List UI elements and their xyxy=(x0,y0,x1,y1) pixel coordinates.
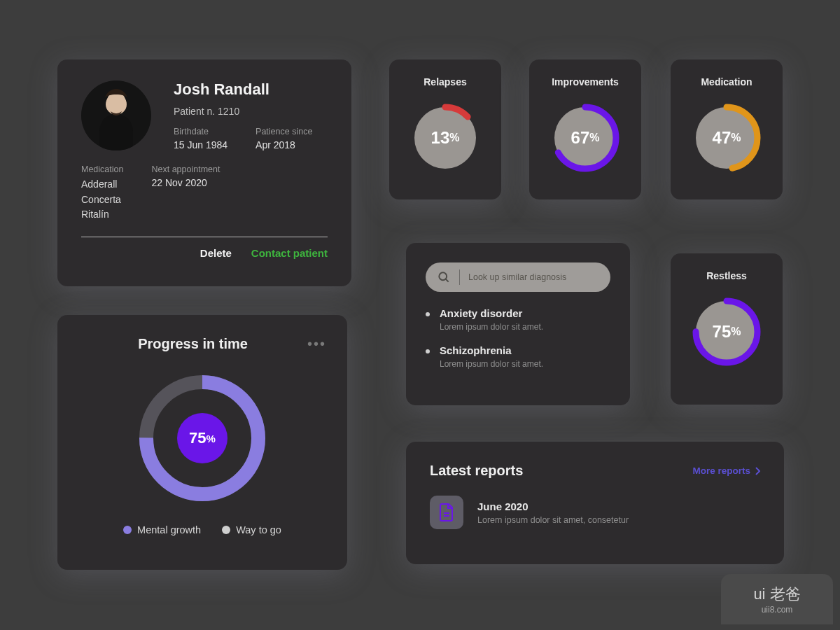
reports-title: Latest reports xyxy=(430,463,523,479)
restless-value: 75 xyxy=(713,322,732,342)
since-value: Apr 2018 xyxy=(255,139,312,150)
contact-patient-button[interactable]: Contact patient xyxy=(251,247,328,259)
legend-way-to-go: Way to go xyxy=(222,524,281,536)
bullet-icon xyxy=(426,312,430,316)
chevron-right-icon xyxy=(755,467,760,475)
relapses-value: 13 xyxy=(431,128,450,148)
more-options-icon[interactable]: ••• xyxy=(307,336,326,352)
diagnosis-search-input[interactable] xyxy=(468,272,599,282)
diagnosis-card: Anxiety disorder Lorem ipsum dolor sit a… xyxy=(406,243,630,405)
bullet-icon xyxy=(426,349,430,354)
report-name: June 2020 xyxy=(477,500,629,512)
medication-list: Adderall Concerta Ritalín xyxy=(81,177,123,223)
diagnosis-desc: Lorem ipsum dolor sit amet. xyxy=(440,359,543,369)
improvements-card: Improvements 67% xyxy=(529,59,641,200)
next-appointment-value: 22 Nov 2020 xyxy=(151,177,220,188)
reports-card: Latest reports More reports June 2020 Lo… xyxy=(406,442,784,564)
relapses-gauge: 13% xyxy=(410,103,480,173)
legend-mental-growth: Mental growth xyxy=(123,524,201,536)
delete-button[interactable]: Delete xyxy=(200,247,232,259)
medication-item: Adderall xyxy=(81,177,123,192)
diagnosis-name: Schizophrenia xyxy=(440,344,543,356)
document-icon xyxy=(430,496,463,529)
patient-number: Patient n. 1210 xyxy=(174,106,328,117)
restless-card: Restless 75% xyxy=(671,253,783,405)
relapses-card: Relapses 13% xyxy=(389,59,501,200)
birthdate-value: 15 Jun 1984 xyxy=(174,139,227,150)
diagnosis-item[interactable]: Schizophrenia Lorem ipsum dolor sit amet… xyxy=(426,344,610,369)
diagnosis-desc: Lorem ipsum dolor sit amet. xyxy=(440,322,543,332)
restless-title: Restless xyxy=(706,270,747,281)
svg-line-13 xyxy=(446,279,449,282)
medication-title: Medication xyxy=(701,76,752,88)
next-appointment-label: Next appointment xyxy=(151,164,220,174)
medication-item: Ritalín xyxy=(81,207,123,223)
medication-gauge: 47% xyxy=(692,103,762,173)
relapses-title: Relapses xyxy=(424,76,466,88)
progress-value: 75 xyxy=(189,429,206,447)
svg-point-12 xyxy=(439,272,447,280)
more-reports-link[interactable]: More reports xyxy=(692,465,760,476)
medication-card: Medication 47% xyxy=(671,59,783,200)
search-icon xyxy=(437,270,451,284)
patient-name: Josh Randall xyxy=(174,80,328,99)
report-desc: Lorem ipsum dolor sit amet, consetetur xyxy=(477,515,629,525)
improvements-gauge: 67% xyxy=(550,103,620,173)
patient-profile-card: Josh Randall Patient n. 1210 Birthdate 1… xyxy=(57,59,351,286)
progress-card: Progress in time ••• 75% Mental growth W… xyxy=(57,315,347,570)
medication-label: Medication xyxy=(81,164,123,174)
watermark: ui 老爸 uii8.com xyxy=(721,574,833,624)
improvements-value: 67 xyxy=(571,128,590,148)
diagnosis-name: Anxiety disorder xyxy=(440,307,543,319)
medication-value: 47 xyxy=(713,128,732,148)
restless-gauge: 75% xyxy=(692,297,762,367)
report-item[interactable]: June 2020 Lorem ipsum dolor sit amet, co… xyxy=(430,496,760,529)
diagnosis-search[interactable] xyxy=(426,262,610,292)
diagnosis-item[interactable]: Anxiety disorder Lorem ipsum dolor sit a… xyxy=(426,307,610,332)
medication-item: Concerta xyxy=(81,192,123,208)
since-label: Patience since xyxy=(255,127,312,136)
divider xyxy=(81,237,328,237)
progress-gauge: 75% xyxy=(136,372,269,505)
avatar xyxy=(81,80,151,150)
birthdate-label: Birthdate xyxy=(174,127,227,136)
progress-title: Progress in time xyxy=(78,336,307,352)
improvements-title: Improvements xyxy=(552,76,619,88)
